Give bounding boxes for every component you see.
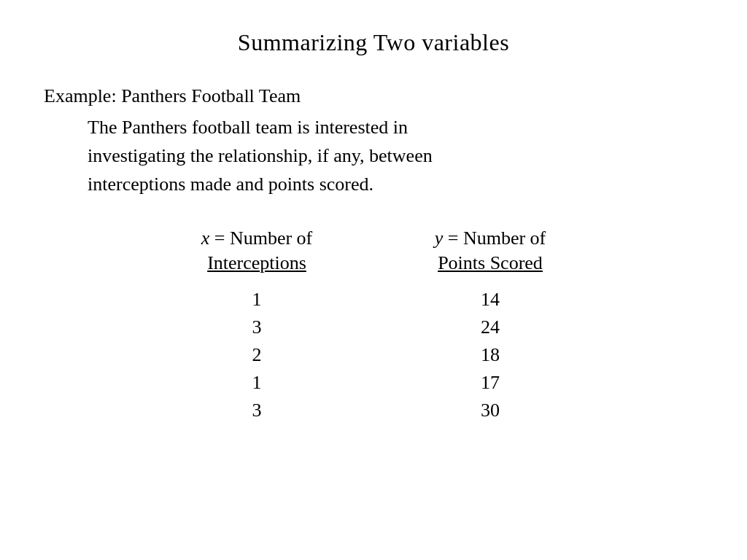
x-italic: x xyxy=(201,228,210,249)
variables-section: x = Number of y = Number of Interception… xyxy=(44,228,703,421)
variable-subheaders-row: Interceptions Points Scored xyxy=(44,252,703,274)
y-column: 14 24 18 17 30 xyxy=(417,289,563,421)
x-value-3: 2 xyxy=(252,344,262,366)
y-subheader: Points Scored xyxy=(417,252,563,274)
y-value-2: 24 xyxy=(481,316,500,338)
y-value-3: 18 xyxy=(481,344,500,366)
slide-title: Summarizing Two variables xyxy=(44,29,703,56)
x-column: 1 3 2 1 3 xyxy=(184,289,330,421)
y-value-1: 14 xyxy=(481,289,500,311)
x-subheader: Interceptions xyxy=(184,252,330,274)
x-value-2: 3 xyxy=(252,316,262,338)
x-value-4: 1 xyxy=(252,372,262,394)
description-line2: investigating the relationship, if any, … xyxy=(88,145,433,166)
x-value-5: 3 xyxy=(252,400,262,421)
description-text: The Panthers football team is interested… xyxy=(88,113,433,198)
x-header-text: = Number of xyxy=(209,228,312,249)
y-italic: y xyxy=(435,228,444,249)
description-line1: The Panthers football team is interested… xyxy=(88,117,408,138)
data-table: 1 3 2 1 3 14 24 18 17 30 xyxy=(44,289,703,421)
description-line3: interceptions made and points scored. xyxy=(88,174,374,195)
y-header-text: = Number of xyxy=(443,228,546,249)
slide-page: Summarizing Two variables Example: Panth… xyxy=(0,0,747,560)
y-value-4: 17 xyxy=(481,372,500,394)
variable-headers-row: x = Number of y = Number of xyxy=(44,228,703,249)
y-header: y = Number of xyxy=(417,228,563,249)
example-label: Example: Panthers Football Team xyxy=(44,85,301,107)
x-header: x = Number of xyxy=(184,228,330,249)
y-value-5: 30 xyxy=(481,400,500,421)
x-value-1: 1 xyxy=(252,289,262,311)
